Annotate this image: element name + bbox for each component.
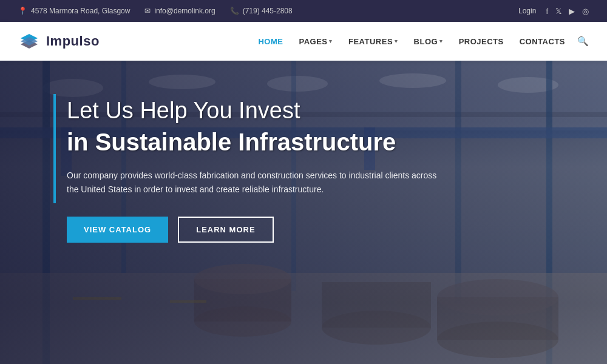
nav-blog-label: BLOG [414, 37, 438, 46]
hero-buttons: VIEW CATALOG LEARN MORE [67, 217, 546, 243]
topbar-right: Login f 𝕏 ▶ ◎ [518, 7, 589, 16]
nav-blog[interactable]: BLOG ▾ [408, 32, 449, 51]
social-icons: f 𝕏 ▶ ◎ [546, 7, 589, 16]
phone-text: (719) 445-2808 [243, 7, 293, 15]
email-text: info@demolink.org [154, 7, 215, 15]
learn-more-button[interactable]: LEARN MORE [178, 217, 273, 243]
phone-item: 📞 (719) 445-2808 [230, 7, 293, 15]
topbar-contact-info: 📍 4578 Marmora Road, Glasgow ✉ info@demo… [18, 7, 293, 15]
hero-section: Let Us Help You Invest in Sustainable In… [0, 61, 607, 364]
hero-title-line1: Let Us Help You Invest [67, 97, 546, 125]
login-link[interactable]: Login [518, 7, 536, 15]
pages-chevron-icon: ▾ [329, 38, 333, 44]
twitter-icon[interactable]: 𝕏 [555, 7, 561, 16]
nav-home[interactable]: HOME [252, 32, 289, 51]
nav-projects-label: PROJECTS [459, 37, 504, 46]
nav-features-label: FEATURES [348, 37, 393, 46]
hero-title-line2: in Sustainable Infrastructure [67, 127, 546, 157]
nav-links: HOME PAGES ▾ FEATURES ▾ BLOG ▾ PROJECTS … [252, 32, 589, 51]
email-icon: ✉ [144, 7, 151, 15]
email-item: ✉ info@demolink.org [144, 7, 215, 15]
nav-contacts-label: CONTACTS [520, 37, 565, 46]
topbar: 📍 4578 Marmora Road, Glasgow ✉ info@demo… [0, 0, 607, 22]
hero-content: Let Us Help You Invest in Sustainable In… [67, 97, 546, 243]
youtube-icon[interactable]: ▶ [569, 7, 575, 16]
logo[interactable]: Impulso [18, 30, 100, 52]
nav-projects[interactable]: PROJECTS [453, 32, 510, 51]
instagram-icon[interactable]: ◎ [582, 7, 589, 16]
location-icon: 📍 [18, 7, 27, 15]
logo-icon [18, 30, 40, 52]
phone-icon: 📞 [230, 7, 239, 15]
logo-text: Impulso [46, 33, 100, 49]
address-text: 4578 Marmora Road, Glasgow [31, 7, 130, 15]
nav-features[interactable]: FEATURES ▾ [342, 32, 404, 51]
view-catalog-button[interactable]: VIEW CATALOG [67, 217, 168, 243]
blog-chevron-icon: ▾ [439, 38, 443, 44]
nav-pages-label: PAGES [299, 37, 327, 46]
nav-pages[interactable]: PAGES ▾ [293, 32, 339, 51]
navbar: Impulso HOME PAGES ▾ FEATURES ▾ BLOG ▾ P… [0, 22, 607, 61]
features-chevron-icon: ▾ [395, 38, 398, 44]
hero-description: Our company provides world-class fabrica… [67, 169, 443, 198]
nav-home-label: HOME [258, 37, 283, 46]
search-icon[interactable]: 🔍 [577, 36, 589, 47]
hero-accent-bar [53, 94, 56, 203]
facebook-icon[interactable]: f [546, 7, 548, 16]
address-item: 📍 4578 Marmora Road, Glasgow [18, 7, 130, 15]
nav-contacts[interactable]: CONTACTS [514, 32, 571, 51]
